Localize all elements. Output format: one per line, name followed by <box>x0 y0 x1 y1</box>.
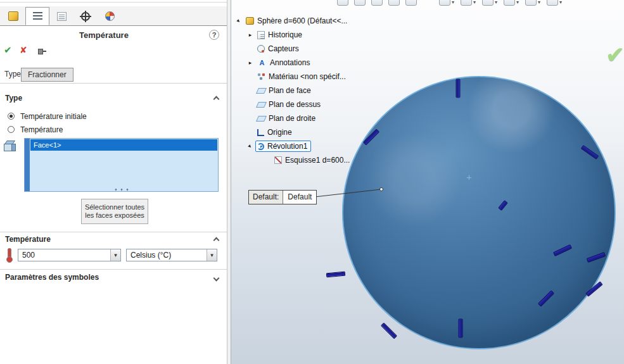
selection-list-item[interactable]: Face<1> <box>30 139 217 151</box>
selection-items-list: Face<1> <box>30 139 218 151</box>
configurationmanager-tab-icon <box>57 12 67 21</box>
tree-item-content: Révolution1 <box>255 141 311 152</box>
resize-grip-icon[interactable] <box>114 189 129 191</box>
twisty-collapsed-icon[interactable]: ▸ <box>245 32 255 38</box>
collapse-chevron-icon[interactable] <box>213 237 220 244</box>
panel-tab-configurationmanager-tab[interactable] <box>49 7 73 25</box>
temperature-symbol-icon[interactable] <box>459 318 463 337</box>
dropdown-caret-icon[interactable]: ▾ <box>495 0 497 5</box>
tree-item[interactable]: Plan de face <box>232 84 353 97</box>
keep-visible-pin-button[interactable] <box>37 47 47 56</box>
configuration-callout[interactable]: Default: Default <box>248 190 317 204</box>
symbol-settings-group-label: Paramètres des symboles <box>5 273 99 282</box>
collapse-chevron-icon[interactable] <box>213 96 220 103</box>
previous-view-icon[interactable] <box>371 0 383 6</box>
radio-initial-temperature[interactable]: Température initiale <box>8 111 87 121</box>
property-manager-panel: Température ? ✔ ✘ Type Fractionner Type … <box>0 0 227 364</box>
section-view-icon[interactable] <box>388 0 400 6</box>
tree-item[interactable]: ▸Historique <box>232 28 353 42</box>
help-icon[interactable]: ? <box>209 30 219 40</box>
tree-item-label: Sphère d=600 (Défaut<<... <box>257 16 347 25</box>
tree-item-label: Historique <box>268 30 302 39</box>
tree-item[interactable]: Origine <box>232 125 353 139</box>
cancel-x-button[interactable]: ✘ <box>20 45 27 55</box>
tree-item-content: Capteurs <box>255 43 303 54</box>
sketch-icon <box>274 156 282 164</box>
tab-fractionner[interactable]: Fractionner <box>21 68 73 82</box>
top-divider <box>0 2 227 3</box>
temperature-value-combo[interactable]: 500 ▾ <box>18 249 121 261</box>
temperature-unit-combo[interactable]: Celsius (°C) ▾ <box>126 249 217 261</box>
panel-tab-dimxpertmanager-tab[interactable] <box>73 7 98 25</box>
origin-icon <box>257 129 264 136</box>
tree-item-content: Historique <box>255 29 306 41</box>
view-settings-icon[interactable] <box>547 0 558 6</box>
center-point-icon: + <box>466 172 472 182</box>
scene-icon[interactable] <box>525 0 537 6</box>
appearances-icon[interactable] <box>504 0 515 6</box>
pm-subtabs: Type Fractionner <box>0 65 227 84</box>
tree-item[interactable]: ▸Sphère d=600 (Défaut<<... <box>232 14 353 28</box>
hide-show-items-icon[interactable] <box>482 0 493 6</box>
feature-tree: ▸Sphère d=600 (Défaut<<...▸HistoriqueCap… <box>232 14 353 167</box>
ok-check-button[interactable]: ✔ <box>4 44 12 56</box>
dropdown-caret-icon[interactable]: ▾ <box>538 0 540 5</box>
group-separator <box>0 232 227 232</box>
panel-tab-featuremanager-tab[interactable] <box>1 7 25 25</box>
panel-tab-strip <box>0 6 227 26</box>
tree-item[interactable]: Capteurs <box>232 42 353 56</box>
radio-temperature[interactable]: Température <box>8 125 63 134</box>
filter-icon[interactable] <box>405 0 417 6</box>
type-group-header: Type <box>0 94 227 105</box>
tab-type[interactable]: Type <box>4 70 21 78</box>
twisty-collapsed-icon[interactable]: ▸ <box>245 60 255 66</box>
faces-selection-listbox[interactable]: Face<1> <box>24 138 219 192</box>
select-all-exposed-faces-button[interactable]: Sélectionner toutes les faces exposées <box>81 199 148 224</box>
panel-tab-propertymanager-tab[interactable] <box>25 7 49 25</box>
dropdown-caret-icon[interactable]: ▾ <box>452 0 454 5</box>
radio-button-icon[interactable] <box>8 113 15 120</box>
twisty-expanded-icon[interactable]: ▸ <box>233 15 245 27</box>
plane-icon <box>256 88 267 94</box>
temperature-symbol-icon[interactable] <box>456 78 461 97</box>
dropdown-arrow-icon[interactable]: ▾ <box>207 249 217 261</box>
thermometer-icon <box>6 248 12 261</box>
dropdown-caret-icon[interactable]: ▾ <box>516 0 519 5</box>
temperature-symbol-icon[interactable] <box>326 271 345 277</box>
tree-item[interactable]: Plan de dessus <box>232 97 353 111</box>
display-style-icon[interactable] <box>461 0 472 6</box>
tree-item-content: Plan de droite <box>255 113 319 124</box>
tree-item-content: Matériau <non spécif... <box>255 71 350 82</box>
group-separator <box>0 269 227 270</box>
tree-item-label: Origine <box>267 128 292 137</box>
tree-item-content: Plan de face <box>255 85 315 96</box>
temperature-symbol-icon[interactable] <box>381 322 397 339</box>
twisty-expanded-icon[interactable]: ▸ <box>245 141 256 152</box>
zoom-to-fit-icon[interactable] <box>337 0 348 6</box>
tree-item[interactable]: Esquisse1 d=600... <box>232 153 353 167</box>
tree-item-content: Sphère d=600 (Défaut<<... <box>244 15 351 27</box>
history-icon <box>257 31 265 39</box>
panel-tab-displaymanager-tab[interactable] <box>98 7 122 25</box>
dropdown-caret-icon[interactable]: ▾ <box>559 0 562 5</box>
propertymanager-tab-icon <box>33 12 42 20</box>
temperature-group-label: Température <box>5 235 51 244</box>
tree-item[interactable]: ▸AAnnotations <box>232 56 353 70</box>
view-orientation-icon[interactable] <box>439 0 450 6</box>
expand-chevron-icon[interactable] <box>213 275 220 282</box>
material-icon <box>257 73 265 80</box>
annotations-icon: A <box>257 58 267 68</box>
tree-item[interactable]: Plan de droite <box>232 111 353 125</box>
confirmation-check-icon[interactable]: ✔ <box>606 42 624 68</box>
tree-item-label: Esquisse1 d=600... <box>285 156 350 165</box>
dropdown-caret-icon[interactable]: ▾ <box>473 0 476 5</box>
tree-item-label: Annotations <box>270 58 310 67</box>
tree-item[interactable]: ▸Révolution1 <box>232 139 353 153</box>
zoom-to-area-icon[interactable] <box>354 0 366 6</box>
sphere-model[interactable] <box>342 76 616 349</box>
viewport-toolbar: ▾▾▾▾▾▾ <box>231 0 624 8</box>
dropdown-arrow-icon[interactable]: ▾ <box>110 249 120 261</box>
graphics-viewport[interactable]: ▾▾▾▾▾▾ ▸Sphère d=600 (Défaut<<...▸Histor… <box>231 0 624 364</box>
radio-button-icon[interactable] <box>8 126 15 133</box>
tree-item[interactable]: Matériau <non spécif... <box>232 70 353 84</box>
